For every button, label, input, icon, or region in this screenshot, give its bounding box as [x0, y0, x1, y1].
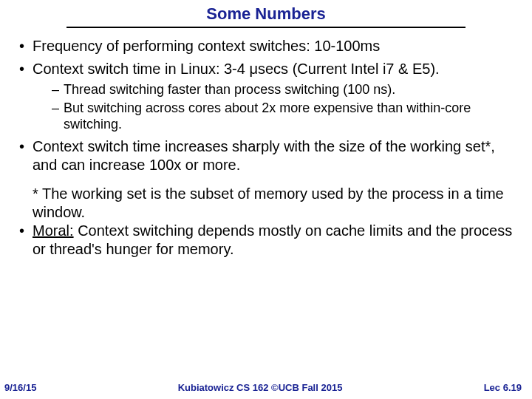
footer-course: Kubiatowicz CS 162 ©UCB Fall 2015	[36, 382, 483, 393]
title-underline	[66, 27, 466, 28]
working-set-note: * The working set is the subset of memor…	[16, 185, 517, 222]
bullet-text: Frequency of performing context switches…	[33, 38, 380, 54]
moral-text: Context switching depends mostly on cach…	[33, 222, 512, 257]
moral-label: Moral:	[33, 222, 74, 239]
sub-bullet-item: But switching across cores about 2x more…	[52, 100, 517, 133]
bullet-text: Context switch time in Linux: 3-4 μsecs …	[33, 61, 440, 77]
footer: 9/16/15 Kubiatowicz CS 162 ©UCB Fall 201…	[0, 382, 532, 393]
bullet-item: Context switch time increases sharply wi…	[16, 137, 517, 174]
moral-list: Moral: Context switching depends mostly …	[16, 222, 517, 259]
footer-lecture: Lec 6.19	[484, 382, 522, 393]
bullet-list: Frequency of performing context switches…	[16, 37, 517, 174]
sub-bullet-list: Thread switching faster than process swi…	[33, 81, 517, 133]
bullet-item: Frequency of performing context switches…	[16, 37, 517, 55]
bullet-item: Moral: Context switching depends mostly …	[16, 222, 517, 259]
bullet-text: Context switch time increases sharply wi…	[33, 138, 495, 173]
bullet-item: Context switch time in Linux: 3-4 μsecs …	[16, 60, 517, 133]
slide: Some Numbers Frequency of performing con…	[0, 0, 532, 399]
sub-bullet-text: Thread switching faster than process swi…	[64, 82, 395, 97]
sub-bullet-item: Thread switching faster than process swi…	[52, 81, 517, 98]
slide-body: Frequency of performing context switches…	[0, 37, 532, 259]
sub-bullet-text: But switching across cores about 2x more…	[64, 100, 471, 132]
slide-title: Some Numbers	[0, 0, 532, 27]
footer-date: 9/16/15	[4, 382, 36, 393]
